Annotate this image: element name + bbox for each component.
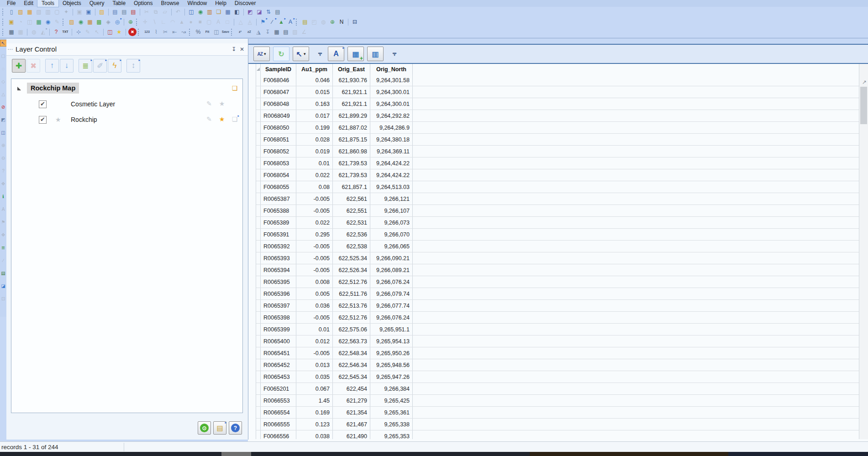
package-icon[interactable]: ◰ [310, 18, 318, 26]
select-all-corner[interactable] [256, 64, 261, 74]
row-selector[interactable] [256, 86, 261, 98]
row-selector[interactable] [256, 134, 261, 145]
cell-au1_ppm[interactable]: -0.005 [296, 252, 333, 264]
stats-gray-icon[interactable]: ◫ [26, 18, 34, 26]
cell-orig_east[interactable]: 622,561 [333, 193, 370, 204]
cell-sampleid[interactable]: R0065452 [261, 359, 296, 371]
cell-orig_east[interactable]: 622,512.76 [333, 276, 370, 288]
cell-orig_north[interactable]: 9,264,424.22 [370, 157, 413, 169]
set-target-icon[interactable]: ⊡ [0, 296, 6, 302]
menu-tools[interactable]: Tools [37, 0, 58, 7]
cell-orig_north[interactable]: 9,266,076.24 [370, 276, 413, 288]
z-squared-icon[interactable]: z² [236, 28, 244, 36]
zoom-out-icon[interactable]: ⊖ [0, 155, 6, 161]
marquee-select-icon[interactable]: ▢ [0, 53, 6, 59]
cell-orig_north[interactable]: 9,264,301.58 [370, 74, 413, 86]
symbol-style-icon[interactable]: ⚑▸ [259, 18, 267, 26]
table-row[interactable]: R00654520.013622,546.349,265,948.56 [256, 359, 859, 371]
row-selector[interactable] [256, 395, 261, 406]
cell-orig_north[interactable]: 9,265,948.56 [370, 359, 413, 371]
cell-sampleid[interactable]: F0068053 [261, 157, 296, 169]
scale-bar-icon[interactable]: ⊟ [351, 18, 359, 26]
edit-attrib-icon[interactable]: ✎ [84, 28, 92, 36]
table-row[interactable]: R0065387-0.005622,5619,266,121 [256, 193, 859, 205]
hotlink-options-button[interactable]: ϟ▸ [108, 59, 121, 73]
discover-open-icon[interactable]: ▨ [68, 18, 76, 26]
table-row[interactable]: R00653960.005622,511.769,266,079.74 [256, 288, 859, 300]
menu-table[interactable]: Table [108, 0, 130, 7]
cell-au1_ppm[interactable]: 0.046 [296, 74, 333, 86]
cell-sampleid[interactable]: F0068046 [261, 74, 296, 86]
cell-au1_ppm[interactable]: 0.169 [296, 407, 333, 418]
cell-orig_east[interactable]: 621,279 [333, 395, 370, 406]
cell-orig_east[interactable]: 621,921.1 [333, 98, 370, 110]
row-selector[interactable] [256, 335, 261, 347]
refresh-button[interactable]: ↻ [273, 47, 289, 61]
table-row[interactable]: R00654000.012622,563.739,265,954.13 [256, 335, 859, 347]
table-row[interactable]: F00680470.015621,921.19,264,300.01 [256, 86, 859, 98]
cell-orig_north[interactable]: 9,265,361 [370, 407, 413, 418]
cell-orig_east[interactable]: 622,551 [333, 205, 370, 216]
cell-sampleid[interactable]: F0066556 [261, 430, 296, 439]
hotlink-tool-icon[interactable]: ⚑ [0, 219, 6, 225]
cell-sampleid[interactable]: F0065388 [261, 205, 296, 216]
row-selector[interactable] [256, 430, 261, 439]
save-to-library-icon[interactable]: ▣ [7, 18, 16, 26]
scrollbar-thumb[interactable] [860, 87, 867, 124]
cell-sampleid[interactable]: R0065387 [261, 193, 296, 204]
cell-orig_north[interactable]: 9,265,950.26 [370, 347, 413, 359]
table-row[interactable]: F00653910.295622,5369,266,070 [256, 229, 859, 241]
copy-icon[interactable]: ⧉ [152, 8, 160, 16]
cell-au1_ppm[interactable]: 0.295 [296, 229, 333, 240]
cell-sampleid[interactable]: F0068054 [261, 169, 296, 181]
cell-au1_ppm[interactable]: -0.005 [296, 264, 333, 276]
zoom-in-icon[interactable]: ⊕ [0, 142, 6, 148]
cell-sampleid[interactable]: R0066554 [261, 407, 296, 418]
boundary-select-icon[interactable]: ◇ [0, 79, 6, 84]
table-x-icon[interactable]: ▧ [291, 28, 299, 36]
tool-manager-icon[interactable]: ✦ [62, 8, 70, 16]
cell-orig_north[interactable]: 9,264,424.22 [370, 169, 413, 181]
table-row[interactable]: R00665531.45621,2799,265,425 [256, 395, 859, 407]
cell-orig_east[interactable]: 621,930.76 [333, 74, 370, 86]
cell-au1_ppm[interactable]: 0.013 [296, 359, 333, 371]
cell-orig_north[interactable]: 9,264,380.18 [370, 134, 413, 145]
row-selector[interactable] [256, 300, 261, 311]
pick-arrow-icon[interactable]: ↖ [93, 28, 101, 36]
row-selector[interactable] [256, 324, 261, 335]
cell-sampleid[interactable]: F0065391 [261, 229, 296, 240]
open-icon[interactable]: ▧ [16, 8, 25, 16]
row-selector[interactable] [256, 241, 261, 252]
map-edit-icon[interactable]: ▦ [86, 18, 94, 26]
cell-au1_ppm[interactable]: 0.022 [296, 169, 333, 181]
paste-icon[interactable]: ▱ [161, 8, 169, 16]
cell-au1_ppm[interactable]: -0.005 [296, 193, 333, 204]
select-node-icon[interactable]: ⊹ [74, 28, 83, 36]
cell-au1_ppm[interactable]: 1.45 [296, 395, 333, 406]
cell-orig_east[interactable]: 622,454 [333, 383, 370, 394]
cell-sampleid[interactable]: R0065397 [261, 300, 296, 311]
symbol-tool-icon[interactable]: ✛ [141, 18, 149, 26]
table-row[interactable]: F00680480.163621,921.19,264,300.01 [256, 98, 859, 110]
cell-orig_east[interactable]: 622,546.34 [333, 359, 370, 371]
search-doc-icon[interactable]: ⊕ [126, 18, 135, 26]
map-window-icon[interactable]: ◫ [106, 28, 114, 36]
menu-edit[interactable]: Edit [20, 0, 37, 7]
move-layer-up-button[interactable]: ↑ [45, 59, 59, 73]
north-arrow-icon[interactable]: N [337, 18, 346, 26]
table-row[interactable]: R00653950.008622,512.769,266,076.24 [256, 276, 859, 288]
cell-orig_east[interactable]: 621,899.29 [333, 110, 370, 121]
remove-layer-button[interactable]: ✖ [26, 59, 40, 73]
cell-au1_ppm[interactable]: 0.08 [296, 181, 333, 193]
menu-help[interactable]: Help [211, 0, 231, 7]
mesh-globe-icon[interactable]: ◍ [30, 28, 38, 36]
cell-au1_ppm[interactable]: 0.036 [296, 300, 333, 311]
toolbar-overflow-button-2[interactable]: ▬▾ [391, 49, 398, 59]
pin-z-icon[interactable]: ↧ [263, 28, 272, 36]
smooth-icon[interactable]: ↝ [179, 28, 188, 36]
clipboard-yellow-icon[interactable]: ▤ [301, 18, 309, 26]
cell-au1_ppm[interactable]: 0.067 [296, 383, 333, 394]
cell-orig_north[interactable]: 9,266,384 [370, 383, 413, 394]
cell-orig_east[interactable]: 621,490 [333, 430, 370, 439]
new-browser-icon[interactable]: ◫ [187, 8, 195, 16]
